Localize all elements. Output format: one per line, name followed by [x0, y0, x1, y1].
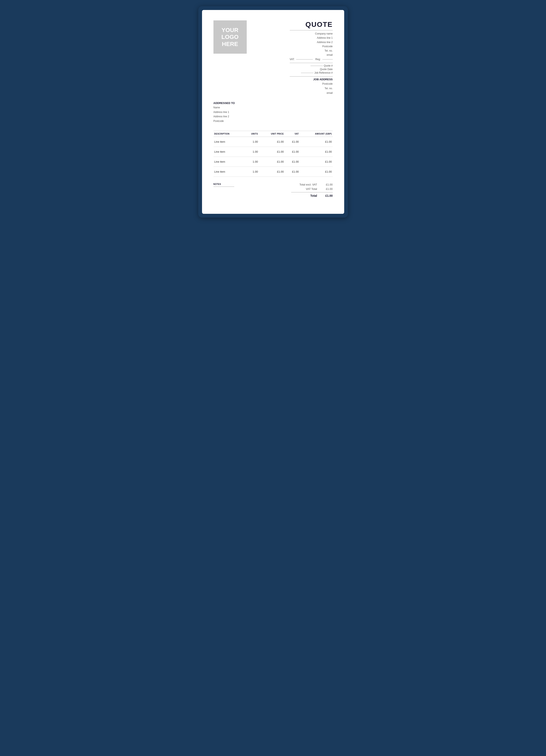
total-label: Total: [310, 194, 317, 197]
notes-label: NOTES: [214, 183, 291, 185]
quote-title: QUOTE: [290, 20, 333, 28]
table-row: Line item 1.00 £1.00 £1.00 £1.00: [214, 157, 333, 167]
row-unit-price: £1.00: [259, 167, 284, 177]
company-name: Company name: [290, 32, 333, 36]
col-description: DESCRIPTION: [214, 131, 244, 137]
table-row: Line item 1.00 £1.00 £1.00 £1.00: [214, 137, 333, 147]
excl-vat-value: £1.00: [321, 183, 333, 186]
job-email: email: [290, 91, 333, 95]
addressed-to: ADDRESSED TO Name Address line 1 Address…: [214, 101, 235, 123]
job-ref-line: [301, 73, 313, 73]
quote-date-row: Quote Date: [290, 68, 333, 71]
job-address-block: JOB ADDRESS Postcode Tel. no. email: [290, 78, 333, 95]
company-info: QUOTE Company name Address line 1 Addres…: [290, 20, 333, 95]
col-unit-price: UNIT PRICE: [259, 131, 284, 137]
ref-divider: [290, 63, 333, 63]
row-description: Line item: [214, 147, 244, 157]
quote-number-line: [310, 66, 323, 66]
table-row: Line item 1.00 £1.00 £1.00 £1.00: [214, 147, 333, 157]
company-email: email: [290, 53, 333, 57]
company-address1: Address line 1: [290, 36, 333, 40]
reg-label: Reg:: [315, 58, 320, 61]
excl-vat-label: Total excl. VAT: [299, 183, 317, 186]
row-vat: £1.00: [284, 147, 299, 157]
items-table: DESCRIPTION UNITS UNIT PRICE VAT AMOUNT …: [214, 131, 333, 177]
vat-total-value: £1.00: [321, 187, 333, 191]
row-amount: £1.00: [300, 167, 333, 177]
addressee-address1: Address line 1: [214, 110, 235, 115]
company-details: Company name Address line 1 Address line…: [290, 32, 333, 57]
document: YOUR LOGO HERE QUOTE Company name Addres…: [202, 10, 344, 214]
excl-vat-row: Total excl. VAT £1.00: [291, 183, 333, 186]
job-ref-label: Job Reference #: [314, 71, 332, 74]
row-description: Line item: [214, 167, 244, 177]
quote-number-row: Quote #: [290, 64, 333, 67]
quote-date-label: Quote Date: [320, 68, 332, 71]
notes-section: NOTES: [214, 183, 291, 187]
table-row: Line item 1.00 £1.00 £1.00 £1.00: [214, 167, 333, 177]
row-units: 1.00: [244, 167, 259, 177]
row-vat: £1.00: [284, 167, 299, 177]
row-description: Line item: [214, 157, 244, 167]
header-divider: [290, 30, 333, 30]
row-vat: £1.00: [284, 157, 299, 167]
row-amount: £1.00: [300, 137, 333, 147]
job-address-divider: [290, 76, 333, 77]
row-unit-price: £1.00: [259, 157, 284, 167]
addressee-postcode: Postcode: [214, 119, 235, 124]
vat-label: VAT:: [290, 58, 295, 61]
job-ref-row: Job Reference #: [290, 71, 333, 74]
logo-text: YOUR LOGO HERE: [214, 27, 247, 48]
grand-total-row: Total £1.00: [291, 194, 333, 197]
addressee-address2: Address line 2: [214, 114, 235, 119]
job-address-title: JOB ADDRESS: [290, 78, 333, 81]
addressed-to-details: Name Address line 1 Address line 2 Postc…: [214, 105, 235, 123]
row-unit-price: £1.00: [259, 147, 284, 157]
col-amount: AMOUNT (GBP): [300, 131, 333, 137]
vat-total-label: VAT Total: [306, 187, 317, 191]
address-section: ADDRESSED TO Name Address line 1 Address…: [214, 101, 333, 123]
header: YOUR LOGO HERE QUOTE Company name Addres…: [214, 20, 333, 95]
row-units: 1.00: [244, 147, 259, 157]
job-tel: Tel. no.: [290, 86, 333, 91]
total-value: £1.00: [321, 194, 333, 197]
vat-reg-row: VAT: Reg:: [290, 58, 333, 61]
logo-box: YOUR LOGO HERE: [214, 20, 247, 54]
job-address-details: Postcode Tel. no. email: [290, 82, 333, 95]
table-header-row: DESCRIPTION UNITS UNIT PRICE VAT AMOUNT …: [214, 131, 333, 137]
row-unit-price: £1.00: [259, 137, 284, 147]
col-vat: VAT: [284, 131, 299, 137]
row-amount: £1.00: [300, 147, 333, 157]
page-container: YOUR LOGO HERE QUOTE Company name Addres…: [198, 6, 348, 218]
company-postcode: Postcode: [290, 44, 333, 48]
job-postcode: Postcode: [290, 82, 333, 86]
company-address2: Address line 2: [290, 40, 333, 44]
row-units: 1.00: [244, 137, 259, 147]
totals-section: Total excl. VAT £1.00 VAT Total £1.00 To…: [291, 183, 333, 197]
addressee-name: Name: [214, 105, 235, 110]
row-units: 1.00: [244, 157, 259, 167]
row-vat: £1.00: [284, 137, 299, 147]
addressed-to-label: ADDRESSED TO: [214, 101, 235, 105]
quote-refs: Quote # Quote Date Job Reference #: [290, 64, 333, 74]
row-description: Line item: [214, 137, 244, 147]
col-units: UNITS: [244, 131, 259, 137]
company-tel: Tel. no.: [290, 49, 333, 53]
quote-ref-label: Quote #: [324, 64, 333, 67]
footer-section: NOTES Total excl. VAT £1.00 VAT Total £1…: [214, 183, 333, 197]
row-amount: £1.00: [300, 157, 333, 167]
vat-total-row: VAT Total £1.00: [291, 187, 333, 191]
